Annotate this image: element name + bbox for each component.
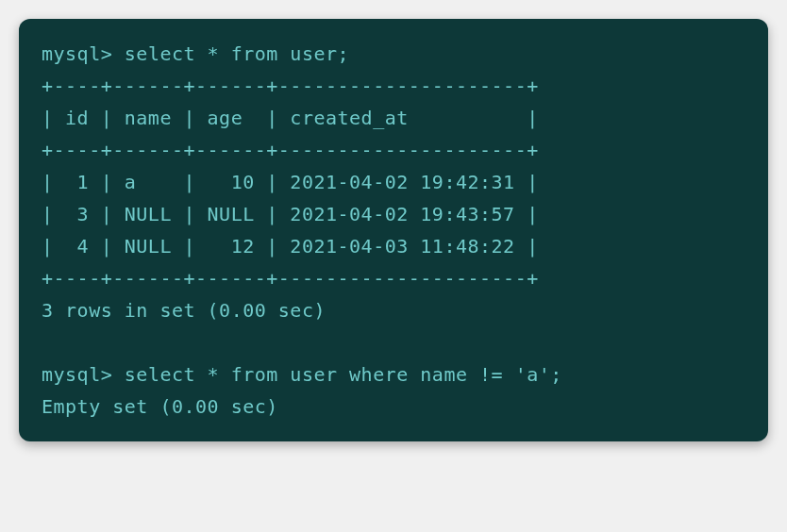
- table-border-bottom: +----+------+------+--------------------…: [42, 267, 539, 290]
- prompt: mysql>: [42, 42, 112, 65]
- result-summary-2: Empty set (0.00 sec): [42, 395, 278, 418]
- terminal-window[interactable]: mysql> select * from user; +----+------+…: [19, 19, 768, 441]
- sql-query-1: select * from user;: [125, 42, 349, 65]
- result-summary-1: 3 rows in set (0.00 sec): [42, 299, 326, 322]
- sql-query-2: select * from user where name != 'a';: [125, 363, 562, 386]
- table-header: | id | name | age | created_at |: [42, 107, 539, 129]
- table-row: | 1 | a | 10 | 2021-04-02 19:42:31 |: [42, 171, 539, 193]
- table-border-top: +----+------+------+--------------------…: [42, 75, 539, 97]
- table-row: | 4 | NULL | 12 | 2021-04-03 11:48:22 |: [42, 235, 539, 258]
- table-border-mid: +----+------+------+--------------------…: [42, 139, 539, 161]
- table-row: | 3 | NULL | NULL | 2021-04-02 19:43:57 …: [42, 203, 539, 225]
- prompt: mysql>: [42, 363, 112, 386]
